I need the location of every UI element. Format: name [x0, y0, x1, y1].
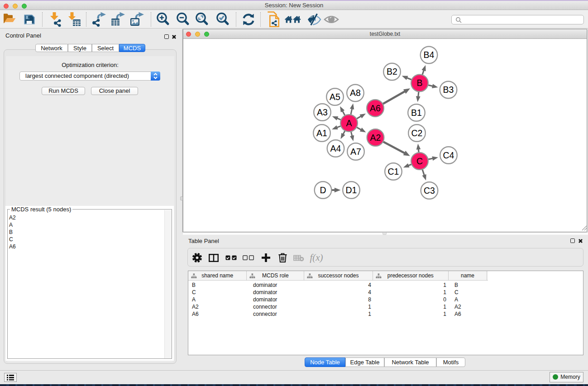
svg-text:D: D [320, 185, 326, 195]
svg-text:B: B [416, 78, 422, 88]
svg-text:A7: A7 [350, 147, 361, 157]
svg-text:A6: A6 [370, 103, 381, 113]
svg-text:C2: C2 [411, 128, 423, 138]
svg-text:B3: B3 [443, 85, 454, 95]
svg-text:A: A [346, 118, 352, 128]
svg-text:C: C [416, 156, 423, 166]
svg-text:A8: A8 [350, 88, 361, 98]
svg-text:C1: C1 [388, 167, 399, 176]
svg-text:C3: C3 [424, 186, 435, 195]
svg-text:A3: A3 [317, 107, 328, 117]
svg-text:B4: B4 [424, 50, 435, 60]
svg-text:B1: B1 [411, 108, 422, 118]
svg-text:A4: A4 [330, 143, 341, 153]
svg-text:A5: A5 [330, 92, 340, 102]
svg-text:A1: A1 [316, 128, 327, 138]
svg-text:D1: D1 [346, 185, 357, 195]
svg-text:C4: C4 [443, 150, 454, 160]
svg-text:A2: A2 [370, 133, 381, 143]
svg-text:B2: B2 [387, 67, 397, 76]
